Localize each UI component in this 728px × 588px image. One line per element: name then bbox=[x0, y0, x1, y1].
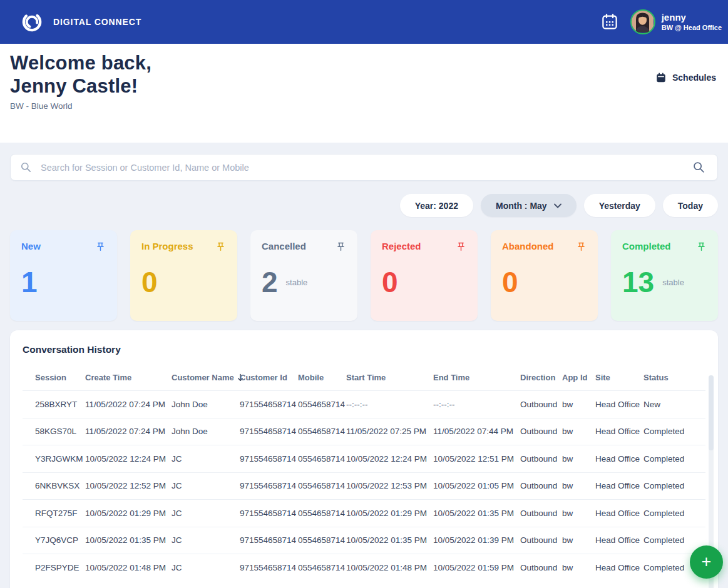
cell-session: 258BXRYT bbox=[35, 400, 85, 409]
table-row[interactable]: Y3RJGWKM 10/05/2022 12:24 PM JC 97155465… bbox=[23, 445, 705, 472]
cell-start-time: 10/05/2022 12:53 PM bbox=[346, 481, 433, 490]
col-mobile[interactable]: Mobile bbox=[298, 373, 346, 382]
status-card-label: Cancelled bbox=[262, 241, 306, 251]
user-name: jenny bbox=[662, 12, 722, 24]
filter-row: Year: 2022 Month : May Yesterday Today bbox=[10, 194, 718, 217]
filter-today[interactable]: Today bbox=[663, 194, 718, 217]
search-input[interactable] bbox=[39, 162, 682, 173]
table-row[interactable]: RFQT275F 10/05/2022 01:29 PM JC 97155465… bbox=[23, 499, 705, 527]
cell-status: Completed bbox=[643, 427, 705, 436]
brand: DIGITAL CONNECT bbox=[19, 9, 141, 35]
table-row[interactable]: 58KGS70L 11/05/2022 07:24 PM John Doe 97… bbox=[23, 418, 705, 445]
cell-app-id: bw bbox=[562, 509, 595, 518]
navbar: DIGITAL CONNECT bbox=[0, 0, 728, 44]
cell-app-id: bw bbox=[562, 400, 595, 409]
col-customer-name[interactable]: Customer Name bbox=[172, 373, 240, 382]
cell-customer-id: 971554658714 bbox=[240, 400, 298, 409]
cell-direction: Outbound bbox=[520, 454, 562, 464]
cell-status: Completed bbox=[643, 481, 705, 490]
add-button[interactable]: + bbox=[690, 545, 723, 579]
cell-start-time: 10/05/2022 12:24 PM bbox=[346, 454, 433, 464]
status-card-label: Completed bbox=[622, 241, 671, 251]
calendar-solid-icon bbox=[655, 72, 667, 83]
org-subtitle: BW - Blue World bbox=[10, 101, 718, 111]
avatar[interactable] bbox=[630, 9, 655, 34]
cell-end-time: --:--:-- bbox=[433, 400, 520, 409]
status-card-label: Rejected bbox=[382, 241, 421, 251]
cell-app-id: bw bbox=[562, 481, 595, 490]
col-start-time[interactable]: Start Time bbox=[346, 373, 433, 382]
cell-status: New bbox=[643, 400, 705, 409]
cell-mobile: 0554658714 bbox=[298, 509, 346, 518]
col-customer-id[interactable]: Customer Id bbox=[240, 373, 298, 382]
cell-site: Head Office bbox=[595, 481, 643, 490]
table-scrollbar-thumb[interactable] bbox=[709, 375, 714, 450]
filter-yesterday[interactable]: Yesterday bbox=[584, 194, 655, 217]
col-end-time[interactable]: End Time bbox=[433, 373, 520, 382]
status-card: Rejected 0 bbox=[371, 230, 478, 321]
plus-icon: + bbox=[702, 552, 712, 572]
col-create-time[interactable]: Create Time bbox=[85, 373, 172, 382]
cell-site: Head Office bbox=[595, 454, 643, 464]
cell-direction: Outbound bbox=[520, 400, 562, 409]
cell-create-time: 11/05/2022 07:24 PM bbox=[85, 427, 172, 436]
push-pin-icon[interactable] bbox=[95, 241, 106, 252]
table-row[interactable]: 258BXRYT 11/05/2022 07:24 PM John Doe 97… bbox=[23, 390, 705, 418]
cell-app-id: bw bbox=[562, 427, 595, 436]
cell-site: Head Office bbox=[595, 535, 643, 545]
table-row[interactable]: 6NKBVKSX 10/05/2022 12:52 PM JC 97155465… bbox=[23, 472, 705, 500]
cell-customer-id: 971554658714 bbox=[240, 509, 298, 518]
cell-create-time: 10/05/2022 01:35 PM bbox=[85, 535, 172, 545]
cell-customer-name: John Doe bbox=[172, 427, 240, 436]
cell-mobile: 0554658714 bbox=[298, 481, 346, 490]
search-bar bbox=[10, 154, 718, 181]
schedules-button[interactable]: Schedules bbox=[655, 72, 716, 83]
cell-mobile: 0554658714 bbox=[298, 400, 346, 409]
filter-month[interactable]: Month : May bbox=[481, 194, 577, 217]
search-submit-icon[interactable] bbox=[690, 158, 708, 176]
push-pin-icon[interactable] bbox=[576, 241, 587, 252]
col-status[interactable]: Status bbox=[643, 373, 705, 382]
cell-create-time: 10/05/2022 01:48 PM bbox=[85, 563, 172, 572]
cell-end-time: 10/05/2022 12:51 PM bbox=[433, 454, 520, 464]
table-title: Conversation History bbox=[23, 344, 705, 355]
table-row[interactable]: Y7JQ6VCP 10/05/2022 01:35 PM JC 97155465… bbox=[23, 527, 705, 554]
status-card-label: Abandoned bbox=[502, 241, 554, 251]
status-card-count: 0 bbox=[502, 266, 518, 298]
status-card: In Progress 0 bbox=[130, 230, 237, 321]
digital-connect-logo-icon bbox=[19, 9, 45, 35]
cell-app-id: bw bbox=[562, 454, 595, 464]
brand-name: DIGITAL CONNECT bbox=[53, 17, 141, 27]
status-card-label: In Progress bbox=[141, 241, 193, 251]
cell-customer-id: 971554658714 bbox=[240, 481, 298, 490]
cell-customer-name: JC bbox=[172, 535, 240, 545]
col-site[interactable]: Site bbox=[595, 373, 643, 382]
col-app-id[interactable]: App Id bbox=[562, 373, 595, 382]
cell-session: Y7JQ6VCP bbox=[35, 535, 85, 545]
push-pin-icon[interactable] bbox=[696, 241, 707, 252]
calendar-icon[interactable] bbox=[600, 13, 619, 31]
cell-direction: Outbound bbox=[520, 563, 562, 572]
cell-session: P2FSPYDE bbox=[35, 563, 85, 572]
col-direction[interactable]: Direction bbox=[520, 373, 562, 382]
cell-mobile: 0554658714 bbox=[298, 563, 346, 572]
page-title: Welcome back, Jenny Castle! bbox=[10, 51, 718, 98]
status-card: Abandoned 0 bbox=[491, 230, 598, 321]
push-pin-icon[interactable] bbox=[456, 241, 466, 252]
cell-create-time: 11/05/2022 07:24 PM bbox=[85, 400, 172, 409]
status-card-note: stable bbox=[662, 278, 684, 287]
push-pin-icon[interactable] bbox=[215, 241, 226, 252]
user-menu[interactable]: jenny BW @ Head Office bbox=[630, 9, 722, 34]
cell-create-time: 10/05/2022 01:29 PM bbox=[85, 509, 172, 518]
cell-customer-name: JC bbox=[172, 563, 240, 572]
col-session[interactable]: Session bbox=[35, 373, 85, 382]
table-row[interactable]: P2FSPYDE 10/05/2022 01:48 PM JC 97155465… bbox=[23, 554, 705, 581]
cell-status: Completed bbox=[643, 509, 705, 518]
cell-customer-name: JC bbox=[172, 509, 240, 518]
push-pin-icon[interactable] bbox=[336, 241, 346, 252]
status-cards: New 1 bbox=[10, 230, 718, 321]
cell-site: Head Office bbox=[595, 400, 643, 409]
cell-start-time: --:--:-- bbox=[346, 400, 433, 409]
filter-year[interactable]: Year: 2022 bbox=[400, 194, 473, 217]
cell-end-time: 10/05/2022 01:59 PM bbox=[433, 563, 520, 572]
